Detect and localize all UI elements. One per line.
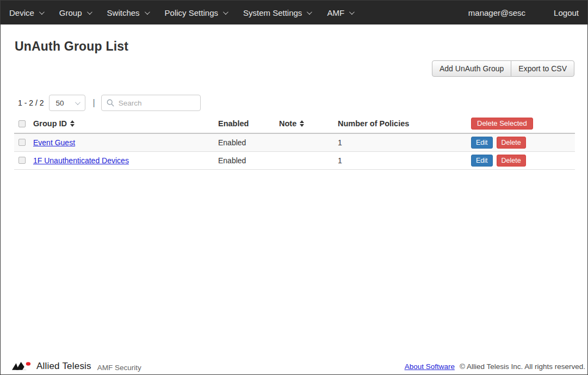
nav-right: manager@sesc Logout — [468, 8, 579, 17]
column-header-policies: Number of Policies — [338, 119, 409, 128]
nav-item-label: System Settings — [243, 8, 302, 17]
table-row: 1F Unauthenticated Devices Enabled 1 Edi… — [14, 151, 575, 169]
nav-item-label: Device — [9, 8, 34, 17]
nav-item-policy-settings[interactable]: Policy Settings — [165, 8, 227, 17]
column-header-label: Note — [279, 119, 296, 128]
sort-icon — [70, 120, 75, 127]
column-header-label: Enabled — [218, 119, 249, 128]
delete-button[interactable]: Delete — [497, 155, 526, 167]
add-unauth-group-button[interactable]: Add UnAuth Group — [432, 60, 511, 77]
table-row: Event Guest Enabled 1 Edit Delete — [14, 133, 575, 151]
product-name: AMF Security — [97, 364, 141, 372]
group-link[interactable]: Event Guest — [33, 138, 75, 147]
nav-item-device[interactable]: Device — [9, 8, 43, 17]
nav-menu: Device Group Switches Policy Settings Sy… — [9, 8, 369, 17]
page-size-value: 50 — [55, 99, 64, 107]
nav-item-system-settings[interactable]: System Settings — [243, 8, 311, 17]
column-header-label: Number of Policies — [338, 119, 409, 128]
chevron-down-icon — [87, 9, 92, 15]
export-csv-button[interactable]: Export to CSV — [511, 60, 574, 77]
column-header-label: Group ID — [33, 119, 67, 128]
about-software-link[interactable]: About Software — [405, 362, 455, 371]
app-window: Device Group Switches Policy Settings Sy… — [0, 0, 588, 375]
toolbar-separator: | — [92, 98, 95, 108]
select-all-checkbox[interactable] — [18, 120, 26, 127]
policies-count: 1 — [338, 138, 342, 147]
policies-count: 1 — [338, 156, 342, 165]
column-header-enabled: Enabled — [218, 119, 249, 128]
chevron-down-icon — [349, 9, 355, 15]
footer: Allied Telesis AMF Security About Softwa… — [1, 361, 587, 372]
edit-button[interactable]: Edit — [471, 137, 493, 149]
actions-button-group: Add UnAuth Group Export to CSV — [432, 60, 574, 77]
delete-button[interactable]: Delete — [497, 137, 526, 149]
logged-in-user: manager@sesc — [468, 8, 525, 17]
list-toolbar: 1 - 2 / 2 50 | — [18, 95, 574, 111]
row-checkbox[interactable] — [18, 157, 26, 164]
nav-item-label: AMF — [327, 8, 344, 17]
search-box — [101, 95, 201, 111]
chevron-down-icon — [223, 9, 228, 15]
row-actions: Edit Delete — [471, 155, 571, 167]
top-navbar: Device Group Switches Policy Settings Sy… — [1, 1, 587, 24]
copyright-text: © Allied Telesis Inc. All rights reserve… — [460, 362, 585, 371]
allied-telesis-logo-icon — [12, 361, 33, 371]
page-title: UnAuth Group List — [15, 39, 574, 54]
nav-item-label: Switches — [107, 8, 140, 17]
nav-item-label: Group — [59, 8, 82, 17]
chevron-down-icon — [75, 100, 81, 105]
logout-button[interactable]: Logout — [554, 8, 579, 17]
actions-row: Add UnAuth Group Export to CSV — [14, 60, 574, 77]
nav-item-group[interactable]: Group — [59, 8, 91, 17]
enabled-value: Enabled — [218, 138, 246, 147]
nav-item-label: Policy Settings — [165, 8, 218, 17]
chevron-down-icon — [307, 9, 312, 15]
column-header-group-id[interactable]: Group ID — [33, 119, 75, 128]
enabled-value: Enabled — [218, 156, 246, 165]
footer-right: About Software © Allied Telesis Inc. All… — [405, 362, 585, 371]
nav-item-amf[interactable]: AMF — [327, 8, 353, 17]
chevron-down-icon — [39, 9, 45, 15]
page-size-select[interactable]: 50 — [49, 95, 85, 111]
delete-selected-button[interactable]: Delete Selected — [471, 118, 533, 130]
column-header-note[interactable]: Note — [279, 119, 304, 128]
group-link[interactable]: 1F Unauthenticated Devices — [33, 156, 129, 165]
sort-icon — [300, 120, 304, 127]
table-header-row: Group ID Enabled Note — [14, 115, 575, 133]
pagination-range: 1 - 2 / 2 — [18, 99, 44, 107]
search-input[interactable] — [101, 95, 201, 111]
main-content: UnAuth Group List Add UnAuth Group Expor… — [1, 39, 587, 170]
chevron-down-icon — [145, 9, 150, 15]
group-list-table: Group ID Enabled Note — [14, 115, 575, 170]
row-checkbox[interactable] — [18, 139, 26, 146]
edit-button[interactable]: Edit — [471, 155, 493, 167]
brand-name: Allied Telesis — [36, 361, 91, 372]
nav-item-switches[interactable]: Switches — [107, 8, 148, 17]
row-actions: Edit Delete — [471, 137, 571, 149]
brand: Allied Telesis AMF Security — [12, 361, 141, 372]
